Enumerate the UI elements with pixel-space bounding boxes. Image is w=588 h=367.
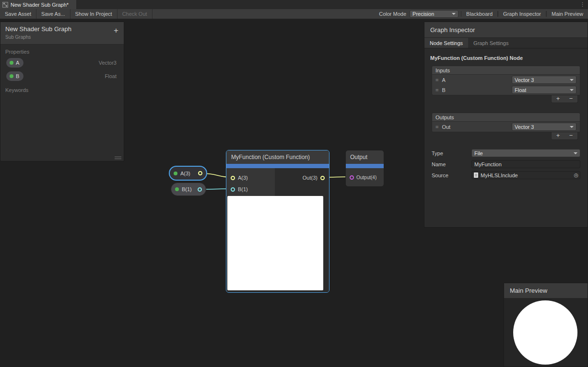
main-preview-toggle-button[interactable]: Main Preview — [546, 11, 588, 17]
graph-inspector-panel[interactable]: Graph Inspector Node Settings Graph Sett… — [424, 22, 588, 228]
output-port-row[interactable]: Out(3) — [275, 172, 329, 184]
node-label: B(1) — [182, 186, 192, 192]
color-mode-label: Color Mode — [376, 11, 410, 17]
output-port-icon[interactable] — [198, 187, 202, 192]
outputs-list-controls: + − — [434, 132, 578, 140]
node-label: A(3) — [180, 171, 190, 176]
node-preview-area — [226, 196, 329, 293]
tab-title: New Shader Sub Graph* — [11, 2, 69, 8]
name-label: Name — [432, 161, 471, 167]
outputs-list-row[interactable]: Out Vector 3 — [432, 122, 580, 132]
outputs-list: Outputs Out Vector 3 — [432, 113, 580, 132]
exposed-dot-icon — [10, 61, 13, 65]
property-node-b[interactable]: B(1) — [171, 183, 206, 196]
inspector-tab-strip: Node Settings Graph Settings — [424, 38, 588, 48]
add-property-button[interactable]: + — [114, 26, 118, 34]
property-pill-b[interactable]: B — [6, 71, 24, 81]
exposed-dot-icon — [10, 74, 13, 78]
input-port-icon[interactable] — [350, 175, 354, 180]
property-node-a[interactable]: A(3) — [169, 166, 207, 181]
add-output-button[interactable]: + — [552, 132, 564, 139]
property-type: Vector3 — [99, 60, 117, 66]
inputs-list-row[interactable]: B Float — [432, 85, 580, 95]
add-input-button[interactable]: + — [552, 95, 564, 103]
input-port-icon[interactable] — [231, 176, 235, 180]
port-label: Output(4) — [356, 175, 376, 180]
input-type-dropdown[interactable]: Vector 3 — [512, 76, 576, 84]
name-field-row: Name — [424, 159, 588, 170]
custom-function-node[interactable]: MyFunction (Custom Function) A(3) B(1) O… — [226, 150, 329, 293]
blackboard-header: New Shader Sub Graph Sub Graphs + — [0, 22, 124, 45]
chevron-down-icon — [570, 126, 574, 128]
source-label: Source — [432, 172, 471, 178]
remove-output-button[interactable]: − — [564, 132, 577, 139]
chevron-down-icon — [570, 89, 574, 91]
type-field-row: Type File — [424, 148, 588, 159]
source-type-dropdown[interactable]: File — [471, 149, 580, 157]
property-row-a[interactable]: A Vector3 — [0, 56, 124, 69]
chevron-down-icon — [574, 152, 577, 154]
chevron-down-icon — [570, 79, 574, 81]
drag-handle-icon[interactable] — [435, 77, 438, 83]
check-out-button: Check Out — [118, 9, 153, 19]
source-type-value: File — [474, 150, 483, 156]
save-as-button[interactable]: Save As... — [36, 9, 71, 19]
inputs-list: Inputs A Vector 3 B Float — [432, 66, 580, 95]
graph-inspector-toggle-button[interactable]: Graph Inspector — [498, 11, 546, 17]
remove-input-button[interactable]: − — [564, 95, 577, 103]
property-pill-a[interactable]: A — [6, 58, 24, 68]
inputs-list-controls: + − — [434, 95, 578, 103]
keywords-section-label: Keywords — [0, 83, 124, 94]
graph-canvas[interactable]: New Shader Sub Graph Sub Graphs + Proper… — [0, 19, 588, 367]
output-type-dropdown[interactable]: Vector 3 — [512, 123, 576, 131]
color-mode-value: Precision — [412, 11, 434, 17]
window-menu-icon[interactable]: ⋮ — [576, 0, 588, 9]
toolbar: Save Asset Save As... Show In Project Ch… — [0, 9, 588, 19]
output-ports-column: Out(3) — [275, 168, 329, 196]
input-port-row[interactable]: Output(4) — [346, 168, 384, 186]
property-row-b[interactable]: B Float — [0, 69, 124, 83]
blackboard-panel[interactable]: New Shader Sub Graph Sub Graphs + Proper… — [0, 22, 124, 161]
input-port-row[interactable]: A(3) — [226, 172, 275, 184]
color-mode-dropdown[interactable]: Precision — [410, 10, 459, 18]
port-label: Out(3) — [303, 175, 318, 181]
exposed-dot-icon — [175, 187, 179, 191]
input-port-icon[interactable] — [231, 187, 235, 192]
tab-shader-sub-graph[interactable]: New Shader Sub Graph* — [0, 0, 76, 9]
output-type-value: Vector 3 — [515, 124, 534, 130]
tab-graph-settings[interactable]: Graph Settings — [468, 38, 514, 48]
file-icon — [474, 172, 478, 178]
type-label: Type — [432, 150, 471, 156]
blackboard-subtitle: Sub Graphs — [5, 34, 119, 40]
exposed-dot-icon — [174, 172, 177, 175]
function-name-input[interactable] — [471, 160, 580, 168]
property-name: B — [16, 73, 19, 79]
inputs-list-row[interactable]: A Vector 3 — [432, 75, 580, 85]
input-type-value: Vector 3 — [515, 77, 534, 83]
property-type: Float — [105, 73, 117, 79]
save-asset-button[interactable]: Save Asset — [0, 9, 36, 19]
port-label: A(3) — [238, 175, 248, 181]
output-port-icon[interactable] — [320, 176, 325, 180]
drag-handle-icon[interactable] — [435, 87, 438, 93]
main-preview-panel[interactable]: Main Preview — [504, 283, 588, 367]
input-type-dropdown[interactable]: Float — [512, 86, 576, 94]
input-port-row[interactable]: B(1) — [226, 184, 275, 195]
node-title[interactable]: MyFunction (Custom Function) — [226, 150, 329, 164]
output-port-icon[interactable] — [198, 171, 202, 175]
drag-handle-icon[interactable] — [435, 124, 438, 130]
properties-section-label: Properties — [0, 45, 124, 56]
node-preview-image — [227, 196, 323, 290]
output-node[interactable]: Output Output(4) — [345, 150, 384, 187]
main-preview-viewport[interactable] — [504, 298, 588, 367]
node-title[interactable]: Output — [346, 150, 384, 164]
tab-node-settings[interactable]: Node Settings — [424, 38, 468, 48]
source-object-field[interactable]: MyHLSLInclude ◎ — [471, 171, 580, 179]
blackboard-resize-grip[interactable] — [115, 155, 121, 159]
object-picker-icon[interactable]: ◎ — [574, 172, 578, 178]
node-accent-bar — [226, 164, 329, 168]
blackboard-toggle-button[interactable]: Blackboard — [461, 11, 498, 17]
preview-sphere — [513, 300, 577, 365]
show-in-project-button[interactable]: Show In Project — [71, 9, 118, 19]
inspector-title: Graph Inspector — [424, 22, 588, 38]
